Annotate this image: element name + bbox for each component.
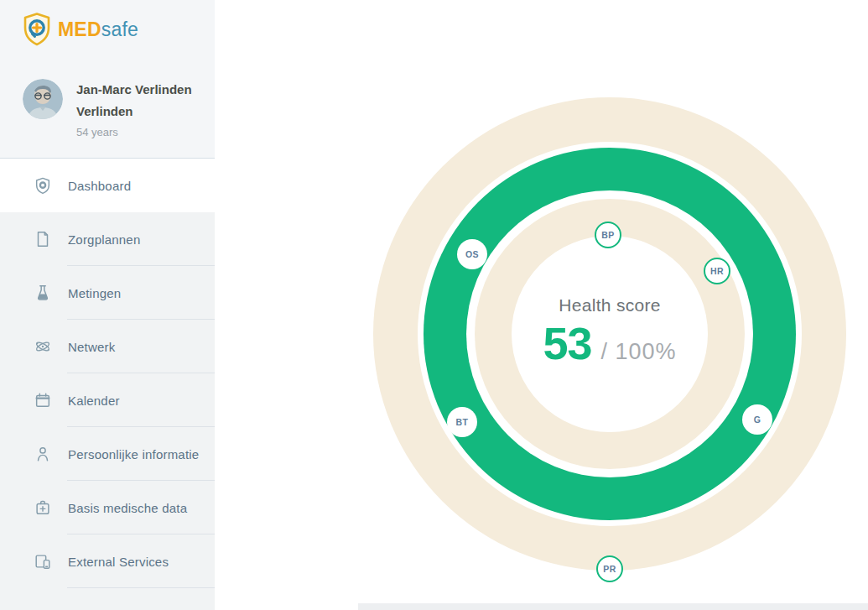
flask-icon xyxy=(34,284,52,302)
badge-label: BP xyxy=(601,230,614,240)
sidebar-item-label: Zorgplannen xyxy=(68,232,140,247)
badge-label: PR xyxy=(603,564,616,574)
devices-icon xyxy=(34,552,52,571)
sidebar-item-persoonlijke-informatie[interactable]: Persoonlijke informatie xyxy=(0,427,215,481)
badge-label: OS xyxy=(465,249,479,259)
sidebar-item-label: Persoonlijke informatie xyxy=(68,447,199,461)
brand-logo[interactable]: MEDsafe xyxy=(23,10,215,49)
sidebar-menu: Dashboard Zorgplannen xyxy=(0,159,215,588)
health-score-title: Health score xyxy=(559,295,661,315)
main-content: Health score 53 / 100% BP HR OS BT G PR xyxy=(215,0,868,610)
sidebar-item-label: Dashboard xyxy=(68,179,131,193)
sidebar-item-external-services[interactable]: External Services xyxy=(0,534,215,588)
sidebar-item-label: Basis medische data xyxy=(68,501,187,515)
person-icon xyxy=(34,445,52,463)
badge-label: G xyxy=(754,414,761,425)
dashboard-shield-icon xyxy=(34,176,52,195)
gauge-badge-pr[interactable]: PR xyxy=(596,555,623,582)
sidebar-item-label: Netwerk xyxy=(68,340,115,354)
app-window: MEDsafe Jan-Marc Verli xyxy=(0,0,868,610)
user-profile: Jan-Marc Verlinden Verlinden 54 years xyxy=(23,79,215,138)
brand-name-med: MED xyxy=(58,18,101,40)
sidebar: MEDsafe Jan-Marc Verli xyxy=(0,0,215,610)
gauge-badge-g[interactable]: G xyxy=(742,404,772,435)
health-score-row: 53 / 100% xyxy=(543,321,676,366)
badge-label: BT xyxy=(456,417,469,427)
medsafe-shield-icon xyxy=(23,13,51,46)
atom-icon xyxy=(34,337,52,356)
sidebar-item-basis-medische-data[interactable]: Basis medische data xyxy=(0,481,215,534)
sidebar-item-zorgplannen[interactable]: Zorgplannen xyxy=(0,212,215,266)
health-score-max: / 100% xyxy=(601,339,677,365)
brand-name-safe: safe xyxy=(101,18,138,40)
avatar xyxy=(23,79,63,119)
profile-age: 54 years xyxy=(76,126,203,138)
gauge-badge-bt[interactable]: BT xyxy=(447,407,477,437)
sidebar-item-metingen[interactable]: Metingen xyxy=(0,266,215,320)
sidebar-item-netwerk[interactable]: Netwerk xyxy=(0,320,215,373)
document-icon xyxy=(34,230,52,248)
sidebar-header: MEDsafe Jan-Marc Verli xyxy=(0,0,215,159)
medical-bag-icon xyxy=(34,498,52,517)
sidebar-item-dashboard[interactable]: Dashboard xyxy=(0,159,215,212)
badge-label: HR xyxy=(710,266,724,276)
sidebar-item-label: External Services xyxy=(68,555,169,569)
sidebar-item-label: Kalender xyxy=(68,394,120,408)
gauge-badge-os[interactable]: OS xyxy=(457,239,487,269)
profile-name: Jan-Marc Verlinden Verlinden xyxy=(76,79,203,123)
sidebar-item-label: Metingen xyxy=(68,286,121,300)
next-section-edge xyxy=(358,603,868,610)
profile-text: Jan-Marc Verlinden Verlinden 54 years xyxy=(76,79,203,138)
health-score-value: 53 xyxy=(543,321,591,366)
calendar-icon xyxy=(34,391,52,409)
gauge-badge-bp[interactable]: BP xyxy=(595,222,621,248)
gauge-badge-hr[interactable]: HR xyxy=(704,258,730,284)
health-score-panel: Health score 53 / 100% xyxy=(512,236,708,432)
brand-name: MEDsafe xyxy=(58,18,138,41)
sidebar-item-kalender[interactable]: Kalender xyxy=(0,373,215,427)
